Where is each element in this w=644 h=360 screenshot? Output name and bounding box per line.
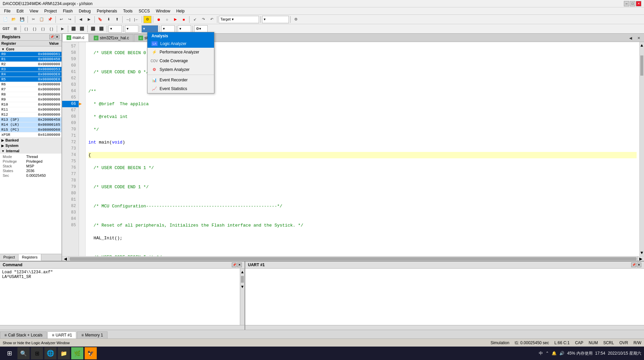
tab-registers[interactable]: Registers	[18, 254, 41, 261]
register-row-r3[interactable]: R3 0x08000D53	[0, 67, 61, 72]
tb2-btn9[interactable]: ⬛	[78, 25, 86, 33]
register-row-r8[interactable]: R8 0x00000000	[0, 92, 61, 97]
settings-button[interactable]: ⚙	[292, 16, 300, 23]
open-file-button[interactable]: 📂	[10, 16, 18, 23]
register-row-r5[interactable]: R5 0x08000DE0	[0, 77, 61, 82]
view-dropdown-4[interactable]: ▾	[178, 25, 191, 33]
register-row-r7[interactable]: R7 0x00000000	[0, 87, 61, 92]
system-group-header[interactable]: ▶ System	[0, 143, 61, 148]
view-dropdown-3[interactable]: ▾	[161, 25, 175, 33]
menu-tools[interactable]: Tools	[121, 8, 135, 14]
paste-button[interactable]: 📌	[46, 16, 54, 23]
scrollbar-up[interactable]: ▲	[640, 42, 644, 49]
explorer-button[interactable]: 📁	[58, 347, 70, 359]
register-row-r6[interactable]: R6 0x00000000	[0, 82, 61, 87]
core-group-header[interactable]: ▼ Core	[0, 46, 61, 52]
register-row-r9[interactable]: R9 0x00000000	[0, 97, 61, 102]
tab-project[interactable]: Project	[0, 254, 18, 261]
task-view-button[interactable]: ⊞	[31, 347, 43, 359]
tb2-btn4[interactable]: { }	[31, 25, 39, 33]
menu-window[interactable]: Window	[153, 8, 173, 14]
ctx-item-logic-analyzer[interactable]: LA Logic Analyzer	[147, 40, 214, 48]
command-scrollbar[interactable]: ▲ ▼	[240, 269, 245, 325]
btab-uart1[interactable]: ≡ UART #1	[47, 331, 76, 338]
app1-button[interactable]: 🌿	[71, 347, 83, 359]
register-row-r14[interactable]: R14 (LR) 0x08000165	[0, 122, 61, 127]
tb2-btn11[interactable]: ⬛	[97, 25, 105, 33]
uart-scrollbar-h[interactable]	[245, 325, 644, 330]
menu-edit[interactable]: Edit	[14, 8, 26, 14]
panel-close-x-button[interactable]: ✕	[55, 35, 59, 39]
scrollbar-h-right[interactable]: ▶	[637, 256, 644, 261]
register-row-r4[interactable]: R4 0x08000DE0	[0, 72, 61, 77]
tab-scroll-left[interactable]: ◀	[627, 34, 635, 42]
menu-file[interactable]: File	[1, 8, 13, 14]
command-pin-button[interactable]: 📌	[232, 263, 237, 267]
register-row-r2[interactable]: R2 0x00000000	[0, 62, 61, 67]
register-row-r11[interactable]: R11 0x00000000	[0, 107, 61, 112]
close-button[interactable]: ✕	[636, 1, 641, 6]
target-dropdown[interactable]: Target ▾	[219, 16, 259, 23]
menu-project[interactable]: Project	[42, 8, 59, 14]
edge-browser-button[interactable]: 🌐	[44, 347, 56, 359]
internal-group-header[interactable]: ▼ Internal	[0, 148, 61, 154]
outdent-button[interactable]: |←	[132, 16, 140, 23]
panel-pin-button[interactable]: 📌	[49, 35, 54, 39]
menu-help[interactable]: Help	[174, 8, 187, 14]
btab-call-stack[interactable]: ≡ Call Stack + Locals	[0, 331, 47, 338]
view-dropdown-1[interactable]: ▾	[109, 25, 122, 33]
gst-button[interactable]: GST	[1, 25, 11, 33]
debug-step-out[interactable]: ↶	[208, 16, 216, 23]
tab-main-c[interactable]: C main.c	[62, 34, 89, 42]
tab-close[interactable]: ✕	[635, 34, 643, 42]
menu-flash[interactable]: Flash	[60, 8, 75, 14]
tb2-btn10[interactable]: ⬛	[89, 25, 97, 33]
debug-step-over[interactable]: ↷	[199, 16, 207, 23]
tb2-btn8[interactable]: ⬛	[70, 25, 78, 33]
command-close-button[interactable]: ✕	[237, 263, 242, 267]
menu-peripherals[interactable]: Peripherals	[94, 8, 120, 14]
scrollbar-h-thumb[interactable]	[70, 257, 637, 261]
tb2-btn7[interactable]: ▶	[58, 25, 67, 33]
menu-view[interactable]: View	[27, 8, 41, 14]
cmd-scroll-down[interactable]: ▼	[240, 283, 245, 290]
register-row-r1[interactable]: R1 0x08000458	[0, 57, 61, 62]
scrollbar-h-left[interactable]: ◀	[62, 256, 69, 261]
ctx-item-code-coverage[interactable]: COV Code Coverage	[147, 56, 214, 65]
code-scrollbar-v[interactable]: ▲ ▼	[639, 42, 644, 256]
cmd-scroll-thumb[interactable]	[241, 276, 244, 283]
bookmark-next-button[interactable]: ⬇	[104, 16, 113, 23]
btab-memory1[interactable]: ≡ Memory 1	[77, 331, 107, 338]
search-taskbar-button[interactable]: 🔍	[17, 347, 30, 359]
tb2-btn6[interactable]: { }	[47, 25, 55, 33]
ctx-item-event-recorder[interactable]: 📊 Event Recorder	[147, 76, 214, 84]
register-row-r15[interactable]: R15 (PC) 0x08000D60	[0, 127, 61, 132]
register-row-r0[interactable]: R0 0x08000D61	[0, 52, 61, 57]
command-scrollbar-h[interactable]	[0, 325, 245, 330]
debug-run[interactable]: ▶	[171, 16, 179, 23]
back-button[interactable]: ◀	[77, 16, 85, 23]
analysis-dropdown[interactable]: ▾	[141, 25, 158, 33]
view-dropdown-2[interactable]: ▾	[125, 25, 138, 33]
redo-button[interactable]: ↪	[66, 16, 74, 23]
indent-button[interactable]: →|	[124, 16, 132, 23]
maximize-button[interactable]: □	[630, 1, 635, 6]
banked-group-header[interactable]: ▶ Banked	[0, 137, 61, 143]
tb2-btn2[interactable]: ⊞	[11, 25, 19, 33]
forward-button[interactable]: ▶	[85, 16, 93, 23]
menu-sccs[interactable]: SCCS	[136, 8, 153, 14]
settings-dropdown[interactable]: ⚙▾	[194, 25, 208, 33]
bookmark-button[interactable]: 🔖	[96, 16, 104, 23]
scrollbar-thumb[interactable]	[640, 55, 643, 76]
cmd-scroll-up[interactable]: ▲	[240, 269, 245, 275]
register-row-r12[interactable]: R12 0x00000000	[0, 112, 61, 117]
tab-stm32-hal[interactable]: C stm32f1xx_hal.c	[89, 34, 133, 42]
debug-start-stop[interactable]: ⏺	[155, 16, 163, 23]
ctx-item-event-statistics[interactable]: 📈 Event Statistics	[147, 84, 214, 93]
scrollbar-down[interactable]: ▼	[640, 249, 644, 256]
register-row-r13[interactable]: R13 (SP) 0x20000458	[0, 117, 61, 122]
new-file-button[interactable]: 📄	[1, 16, 9, 23]
bookmark-prev-button[interactable]: ⬆	[113, 16, 121, 23]
menu-debug[interactable]: Debug	[76, 8, 93, 14]
config-dropdown[interactable]: ▾	[262, 16, 289, 23]
